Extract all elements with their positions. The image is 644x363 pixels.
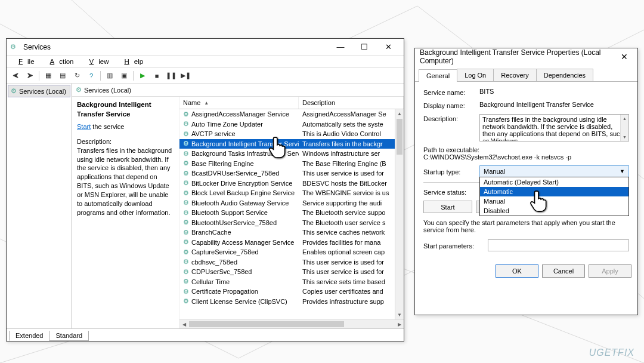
- pause-button[interactable]: ❚❚: [165, 70, 178, 82]
- list-header: Name▲ Description: [179, 97, 404, 109]
- service-row[interactable]: ⚙Bluetooth Support ServiceThe Bluetooth …: [179, 208, 404, 218]
- gear-icon: ⚙: [183, 219, 189, 226]
- service-desc: The Base Filtering Engine (B: [299, 160, 404, 167]
- cancel-button[interactable]: Cancel: [542, 264, 585, 278]
- service-row[interactable]: ⚙Block Level Backup Engine ServiceThe WB…: [179, 188, 404, 198]
- service-name: Background Tasks Infrastructure Service: [191, 150, 299, 157]
- service-name: Background Intelligent Transfer Service: [191, 140, 299, 147]
- service-row[interactable]: ⚙BranchCacheThis service caches network: [179, 227, 404, 238]
- close-button[interactable]: ✕: [376, 39, 400, 55]
- scrollbar-thumb[interactable]: [189, 321, 344, 327]
- tab-extended[interactable]: Extended: [9, 331, 49, 341]
- services-window: ⚙ Services — ☐ ✕ File Action View Help ⮜…: [6, 38, 404, 342]
- refresh-button[interactable]: ↻: [70, 70, 83, 82]
- titlebar[interactable]: ⚙ Services — ☐ ✕: [7, 39, 404, 56]
- service-name: BranchCache: [191, 229, 231, 236]
- tab-general[interactable]: General: [419, 69, 457, 82]
- service-name: Bluetooth Support Service: [191, 209, 268, 216]
- menu-file[interactable]: File: [9, 57, 39, 66]
- description-scrollbar[interactable]: ▲ ▼: [620, 115, 628, 141]
- service-list[interactable]: ▲ ▼ ⚙AssignedAccessManager ServiceAssign…: [179, 109, 404, 319]
- service-desc: This is Audio Video Control: [299, 130, 404, 137]
- service-desc: This user service is used for: [299, 259, 404, 266]
- startup-option[interactable]: Automatic: [480, 187, 628, 196]
- start-params-label: Start parameters:: [423, 241, 483, 250]
- close-button[interactable]: ✕: [616, 52, 633, 61]
- stop-button[interactable]: ■: [150, 70, 163, 82]
- startup-type-dropdown[interactable]: Manual ▼: [479, 165, 629, 177]
- service-row[interactable]: ⚙BcastDVRUserService_758edThis user serv…: [179, 168, 404, 179]
- gear-icon: ⚙: [183, 159, 189, 167]
- service-row[interactable]: ⚙Bluetooth Audio Gateway ServiceService …: [179, 198, 404, 208]
- service-row[interactable]: ⚙AssignedAccessManager ServiceAssignedAc…: [179, 109, 404, 119]
- tree-root[interactable]: ⚙ Services (Local): [8, 85, 70, 97]
- gear-icon: ⚙: [183, 248, 189, 256]
- startup-option[interactable]: Disabled: [480, 206, 628, 216]
- horizontal-scrollbar[interactable]: ◀ ▶: [179, 319, 404, 328]
- gear-icon: ⚙: [183, 150, 189, 158]
- forward-button[interactable]: ⮞: [23, 70, 36, 82]
- toolbar-icon[interactable]: ▦: [42, 70, 55, 82]
- service-row[interactable]: ⚙Client License Service (ClipSVC)Provide…: [179, 297, 404, 307]
- scroll-down-icon[interactable]: ▼: [395, 310, 404, 319]
- menu-help[interactable]: Help: [114, 57, 148, 66]
- vertical-scrollbar[interactable]: ▲ ▼: [395, 109, 404, 319]
- toolbar-icon[interactable]: ▥: [103, 70, 116, 82]
- scroll-left-icon[interactable]: ◀: [179, 322, 188, 327]
- tab-standard[interactable]: Standard: [49, 331, 89, 341]
- apply-button: Apply: [589, 264, 631, 278]
- service-name: cbdhsvc_758ed: [191, 259, 237, 266]
- toolbar-icon[interactable]: ▣: [117, 70, 131, 82]
- help-button[interactable]: ?: [85, 70, 98, 82]
- service-desc: Automatically sets the syste: [299, 121, 404, 128]
- service-desc: This user service is used for: [299, 170, 404, 177]
- startup-option[interactable]: Manual: [480, 196, 628, 206]
- service-row[interactable]: ⚙AVCTP serviceThis is Audio Video Contro…: [179, 129, 404, 139]
- play-button[interactable]: ▶: [136, 70, 149, 82]
- service-row[interactable]: ⚙BluetoothUserService_758edThe Bluetooth…: [179, 218, 404, 228]
- service-row[interactable]: ⚙Capability Access Manager ServiceProvid…: [179, 238, 404, 248]
- scroll-right-icon[interactable]: ▶: [395, 322, 404, 327]
- start-params-hint: You can specify the start parameters tha…: [423, 219, 629, 233]
- scrollbar-thumb[interactable]: [397, 119, 402, 155]
- service-row[interactable]: ⚙Certificate PropagationCopies user cert…: [179, 287, 404, 297]
- service-row[interactable]: ⚙BitLocker Drive Encryption ServiceBDESV…: [179, 179, 404, 189]
- service-row[interactable]: ⚙Cellular TimeThis service sets time bas…: [179, 277, 404, 287]
- restart-button[interactable]: ▶❚: [179, 70, 192, 82]
- service-name: BcastDVRUserService_758ed: [191, 170, 279, 177]
- scroll-down-icon[interactable]: ▼: [621, 133, 628, 141]
- column-description[interactable]: Description: [299, 97, 404, 109]
- service-row[interactable]: ⚙Background Tasks Infrastructure Service…: [179, 149, 404, 159]
- service-row[interactable]: ⚙CDPUserSvc_758edThis user service is us…: [179, 267, 404, 277]
- service-row[interactable]: ⚙Base Filtering EngineThe Base Filtering…: [179, 159, 404, 169]
- service-desc: The Bluetooth service suppo: [299, 209, 404, 216]
- service-row[interactable]: ⚙CaptureService_758edEnables optional sc…: [179, 247, 404, 257]
- start-params-input[interactable]: [488, 239, 629, 251]
- service-row[interactable]: ⚙Auto Time Zone UpdaterAutomatically set…: [179, 119, 404, 130]
- scroll-up-icon[interactable]: ▲: [621, 115, 628, 122]
- minimize-button[interactable]: —: [329, 39, 352, 55]
- back-button[interactable]: ⮜: [9, 70, 22, 82]
- dialog-titlebar[interactable]: Background Intelligent Transfer Service …: [415, 48, 637, 65]
- start-link[interactable]: Start: [77, 123, 91, 130]
- toolbar-icon[interactable]: ▤: [56, 70, 69, 82]
- start-button[interactable]: Start: [423, 201, 472, 213]
- startup-option[interactable]: Automatic (Delayed Start): [480, 177, 628, 187]
- menu-view[interactable]: View: [80, 57, 114, 66]
- tab-logon[interactable]: Log On: [457, 69, 494, 81]
- ok-button[interactable]: OK: [496, 264, 538, 278]
- menu-action[interactable]: Action: [41, 57, 79, 66]
- gear-icon: ⚙: [10, 43, 18, 51]
- scroll-up-icon[interactable]: ▲: [395, 109, 404, 118]
- service-desc: Windows infrastructure ser: [299, 150, 404, 157]
- gear-icon: ⚙: [183, 170, 189, 177]
- service-name: Auto Time Zone Updater: [191, 121, 263, 128]
- column-name[interactable]: Name▲: [179, 97, 299, 109]
- tree-pane: ⚙ Services (Local): [7, 84, 72, 328]
- tab-recovery[interactable]: Recovery: [493, 69, 536, 81]
- service-row[interactable]: ⚙Background Intelligent Transfer Service…: [179, 139, 404, 149]
- maximize-button[interactable]: ☐: [352, 39, 376, 55]
- tab-dependencies[interactable]: Dependencies: [536, 69, 593, 81]
- gear-icon: ⚙: [183, 229, 189, 236]
- service-row[interactable]: ⚙cbdhsvc_758edThis user service is used …: [179, 257, 404, 267]
